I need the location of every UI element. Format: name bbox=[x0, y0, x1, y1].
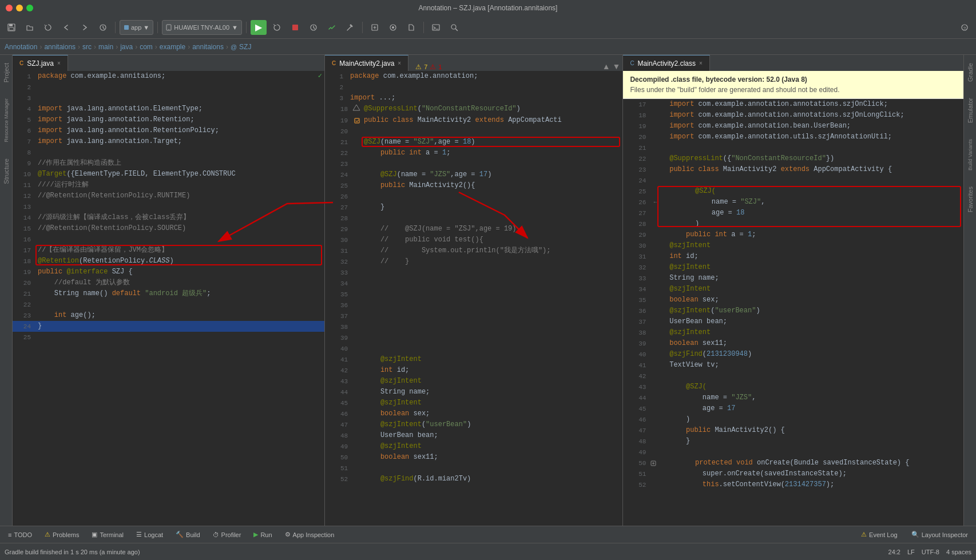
breadcrumb-example[interactable]: example bbox=[160, 43, 185, 51]
tab-mainactivity2-class[interactable]: C MainActivity2.class × bbox=[623, 55, 709, 71]
sidebar-build-variants[interactable]: Build Variants bbox=[965, 137, 975, 173]
tab-terminal[interactable]: ▣ Terminal bbox=[86, 527, 129, 542]
run-button[interactable]: ▶ bbox=[251, 20, 267, 35]
toolbar: app ▼ HUAWEI TNY-AL00 ▼ ▶ ? bbox=[0, 16, 976, 39]
tab-layout-inspector[interactable]: 🔍 Layout Inspector bbox=[906, 527, 974, 542]
device-file-button[interactable] bbox=[403, 20, 419, 35]
pane3-tabs: C MainActivity2.class × bbox=[623, 55, 963, 71]
pane1-code[interactable]: 1 package com.example.annitaions; ✓ 2 3 … bbox=[13, 71, 324, 526]
p3-line-17: 17 import com.example.annotation.annotat… bbox=[623, 99, 963, 110]
svg-rect-2 bbox=[9, 27, 14, 30]
tab-todo[interactable]: ≡ TODO bbox=[2, 527, 38, 542]
tab-logcat[interactable]: ☰ Logcat bbox=[130, 527, 169, 542]
app-config-dropdown[interactable]: app ▼ bbox=[120, 20, 153, 35]
todo-icon: ≡ bbox=[8, 531, 11, 538]
pane2-code[interactable]: 1package com.example.annotation; 2 3impo… bbox=[325, 71, 622, 526]
p3-szj-box: 25 @SZJ( 26 ← name = "SZJ", 27 age = 18 bbox=[623, 186, 963, 229]
tab-mainactivity2-java-close[interactable]: × bbox=[398, 60, 401, 66]
breadcrumb-annitaions[interactable]: annitaions bbox=[44, 43, 76, 51]
p3-line-48: 48 } bbox=[623, 436, 963, 447]
tab-profiler[interactable]: ⏱ Profiler bbox=[207, 527, 247, 542]
sdk-button[interactable] bbox=[385, 20, 401, 35]
p3-line-37: 37 UserBean bean; bbox=[623, 316, 963, 327]
tab-problems[interactable]: ⚠ Problems bbox=[39, 527, 85, 542]
profile-button[interactable] bbox=[306, 20, 322, 35]
device-dropdown[interactable]: HUAWEI TNY-AL00 ▼ bbox=[162, 20, 242, 35]
maximize-button[interactable] bbox=[26, 5, 33, 11]
back-button[interactable] bbox=[58, 20, 74, 35]
pane-mainactivity2-class: C MainActivity2.class × Decompiled .clas… bbox=[623, 55, 963, 526]
breadcrumb-com[interactable]: com bbox=[140, 43, 153, 51]
encoding[interactable]: UTF-8 bbox=[922, 549, 939, 555]
p3-line-33: 33 String name; bbox=[623, 273, 963, 284]
p2-line-39: 39 bbox=[325, 332, 622, 343]
p2-line-48: 48 UserBean bean; bbox=[325, 430, 622, 441]
sidebar-structure[interactable]: Structure bbox=[1, 156, 12, 186]
p3-line-35: 35 boolean sex; bbox=[623, 295, 963, 305]
sync-button[interactable] bbox=[40, 20, 56, 35]
p2-line-26: 26 bbox=[325, 191, 622, 202]
avd-button[interactable] bbox=[367, 20, 383, 35]
breadcrumb-main[interactable]: main bbox=[98, 43, 113, 51]
help-button[interactable]: ? bbox=[957, 20, 973, 35]
minimize-button[interactable] bbox=[16, 5, 23, 11]
window-controls[interactable] bbox=[6, 5, 33, 11]
tab-szj-java-close[interactable]: × bbox=[57, 60, 61, 66]
tab-app-inspection[interactable]: ⚙ App Inspection bbox=[279, 527, 340, 542]
bottom-bar: ≡ TODO ⚠ Problems ▣ Terminal ☰ Logcat 🔨 … bbox=[0, 526, 976, 543]
sidebar-project[interactable]: Project bbox=[1, 61, 12, 85]
pane-szj-java: C SZJ.java × 1 package com.example.annit… bbox=[13, 55, 325, 526]
separator-3 bbox=[246, 22, 247, 33]
forward-button[interactable] bbox=[77, 20, 93, 35]
search-button[interactable] bbox=[446, 20, 462, 35]
p3-line-27: 27 age = 18 bbox=[623, 208, 963, 219]
p2-line-46: 46 boolean sex; bbox=[325, 408, 622, 419]
recent-files-button[interactable] bbox=[95, 20, 111, 35]
pane3-code[interactable]: 17 import com.example.annotation.annotat… bbox=[623, 99, 963, 526]
sidebar-favorites[interactable]: Favorites bbox=[965, 184, 976, 215]
run-icon: ▶ bbox=[253, 531, 258, 538]
breadcrumb-src[interactable]: src bbox=[82, 43, 92, 51]
class-icon: C bbox=[630, 60, 634, 66]
error-icon: ⚠ bbox=[430, 63, 436, 71]
sidebar-gradle[interactable]: Gradle bbox=[965, 61, 976, 84]
sidebar-emulator[interactable]: Emulator bbox=[965, 96, 976, 125]
reload-button[interactable] bbox=[269, 20, 285, 35]
tab-szj-java[interactable]: C SZJ.java × bbox=[13, 55, 68, 71]
breadcrumb-java[interactable]: java bbox=[120, 43, 133, 51]
tab-mainactivity2-class-close[interactable]: × bbox=[699, 60, 703, 66]
close-button[interactable] bbox=[6, 5, 13, 11]
p3-line-51: 51 super.onCreate(savedInstanceState); bbox=[623, 468, 963, 479]
tab-run[interactable]: ▶ Run bbox=[248, 527, 277, 542]
tab-szj-java-label: SZJ.java bbox=[27, 59, 54, 67]
indent-setting[interactable]: 4 spaces bbox=[946, 549, 971, 555]
separator-5 bbox=[423, 22, 424, 33]
build-button[interactable] bbox=[342, 20, 358, 35]
expand-button[interactable]: ▼ bbox=[613, 62, 621, 71]
coverage-button[interactable] bbox=[324, 20, 340, 35]
layout-inspector-icon: 🔍 bbox=[911, 531, 919, 538]
collapse-button[interactable]: ▲ bbox=[602, 62, 610, 71]
terminal-button[interactable] bbox=[428, 20, 444, 35]
save-button[interactable] bbox=[3, 20, 19, 35]
cursor-position[interactable]: 24:2 bbox=[888, 549, 900, 555]
sidebar-resource-manager[interactable]: Resource Manager bbox=[1, 96, 11, 145]
svg-text:?: ? bbox=[963, 26, 966, 31]
code-line-10: 10@Target({ElementType.FIELD, ElementTyp… bbox=[13, 169, 324, 180]
p3-line-36: 36 @szjIntent("userBean") bbox=[623, 305, 963, 316]
line-ending[interactable]: LF bbox=[907, 549, 915, 555]
tab-mainactivity2-java[interactable]: C MainActivity2.java × bbox=[325, 55, 408, 71]
p3-line-47: 47 public MainActivity2() { bbox=[623, 425, 963, 436]
p2-line-41: 41 @szjIntent bbox=[325, 354, 622, 365]
p3-line-40: 40 @szjFind(2131230948) bbox=[623, 349, 963, 360]
p3-line-32: 32 @szjIntent bbox=[623, 262, 963, 273]
window-title: Annotation – SZJ.java [Annotation.annita… bbox=[419, 4, 558, 12]
tab-event-log[interactable]: ⚠ Event Log bbox=[855, 527, 903, 542]
tab-build[interactable]: 🔨 Build bbox=[170, 527, 205, 542]
open-button[interactable] bbox=[22, 20, 38, 35]
breadcrumb-annotation[interactable]: Annotation bbox=[5, 43, 37, 51]
stop-button[interactable] bbox=[287, 20, 303, 35]
breadcrumb-annitaions2[interactable]: annitaions bbox=[192, 43, 224, 51]
code-line-24: 24} bbox=[13, 321, 324, 332]
breadcrumb-szj[interactable]: SZJ bbox=[239, 43, 251, 51]
